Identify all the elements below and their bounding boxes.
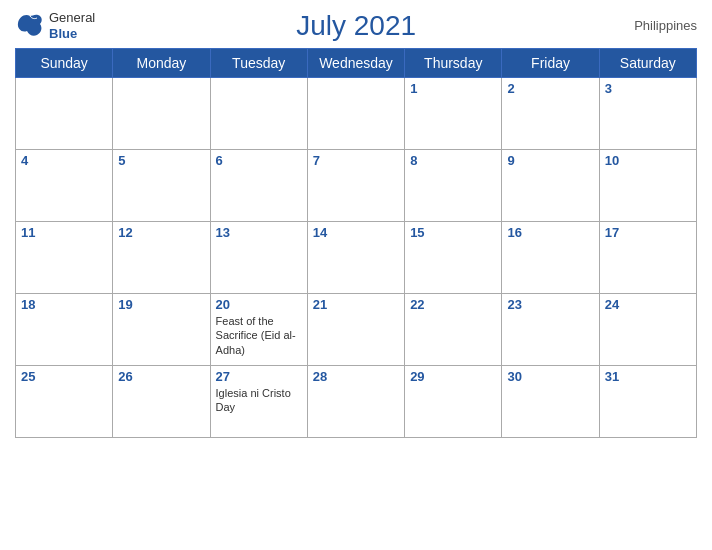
calendar-day-cell: 19 <box>113 294 210 366</box>
calendar-container: General Blue July 2021 Philippines Sunda… <box>0 0 712 550</box>
calendar-day-cell: 21 <box>307 294 404 366</box>
calendar-week-row: 181920Feast of the Sacrifice (Eid al-Adh… <box>16 294 697 366</box>
day-number: 7 <box>313 153 399 168</box>
calendar-day-cell: 24 <box>599 294 696 366</box>
calendar-day-cell: 5 <box>113 150 210 222</box>
calendar-day-cell: 3 <box>599 78 696 150</box>
calendar-day-cell: 26 <box>113 366 210 438</box>
col-friday: Friday <box>502 49 599 78</box>
calendar-day-cell: 31 <box>599 366 696 438</box>
calendar-day-cell <box>16 78 113 150</box>
calendar-day-cell: 9 <box>502 150 599 222</box>
logo-general: General <box>49 10 95 26</box>
day-number: 17 <box>605 225 691 240</box>
calendar-week-row: 123 <box>16 78 697 150</box>
calendar-day-cell: 27Iglesia ni Cristo Day <box>210 366 307 438</box>
day-number: 8 <box>410 153 496 168</box>
day-number: 29 <box>410 369 496 384</box>
calendar-day-cell: 4 <box>16 150 113 222</box>
day-number: 16 <box>507 225 593 240</box>
calendar-day-cell: 11 <box>16 222 113 294</box>
calendar-day-cell: 15 <box>405 222 502 294</box>
col-monday: Monday <box>113 49 210 78</box>
calendar-day-cell: 17 <box>599 222 696 294</box>
day-number: 26 <box>118 369 204 384</box>
col-thursday: Thursday <box>405 49 502 78</box>
day-number: 11 <box>21 225 107 240</box>
logo: General Blue <box>15 10 95 41</box>
day-number: 21 <box>313 297 399 312</box>
col-sunday: Sunday <box>16 49 113 78</box>
calendar-day-cell: 1 <box>405 78 502 150</box>
calendar-day-cell <box>113 78 210 150</box>
calendar-week-row: 45678910 <box>16 150 697 222</box>
col-wednesday: Wednesday <box>307 49 404 78</box>
day-number: 2 <box>507 81 593 96</box>
calendar-day-cell: 6 <box>210 150 307 222</box>
day-number: 25 <box>21 369 107 384</box>
event-label: Iglesia ni Cristo Day <box>216 386 302 415</box>
day-number: 1 <box>410 81 496 96</box>
day-number: 23 <box>507 297 593 312</box>
day-number: 31 <box>605 369 691 384</box>
calendar-day-cell: 18 <box>16 294 113 366</box>
calendar-day-cell: 2 <box>502 78 599 150</box>
day-number: 30 <box>507 369 593 384</box>
day-number: 9 <box>507 153 593 168</box>
calendar-day-cell: 30 <box>502 366 599 438</box>
calendar-day-cell: 14 <box>307 222 404 294</box>
day-number: 12 <box>118 225 204 240</box>
calendar-day-cell <box>307 78 404 150</box>
day-number: 4 <box>21 153 107 168</box>
calendar-table: Sunday Monday Tuesday Wednesday Thursday… <box>15 48 697 438</box>
day-number: 24 <box>605 297 691 312</box>
day-number: 13 <box>216 225 302 240</box>
day-number: 22 <box>410 297 496 312</box>
calendar-week-row: 11121314151617 <box>16 222 697 294</box>
calendar-day-cell: 20Feast of the Sacrifice (Eid al-Adha) <box>210 294 307 366</box>
col-saturday: Saturday <box>599 49 696 78</box>
day-number: 27 <box>216 369 302 384</box>
calendar-day-cell: 29 <box>405 366 502 438</box>
day-number: 28 <box>313 369 399 384</box>
calendar-title-area: July 2021 <box>95 10 617 42</box>
calendar-day-cell: 25 <box>16 366 113 438</box>
day-number: 10 <box>605 153 691 168</box>
weekday-header-row: Sunday Monday Tuesday Wednesday Thursday… <box>16 49 697 78</box>
day-number: 15 <box>410 225 496 240</box>
calendar-header: General Blue July 2021 Philippines <box>15 10 697 42</box>
calendar-day-cell: 10 <box>599 150 696 222</box>
calendar-day-cell: 7 <box>307 150 404 222</box>
day-number: 6 <box>216 153 302 168</box>
event-label: Feast of the Sacrifice (Eid al-Adha) <box>216 314 302 357</box>
calendar-day-cell: 22 <box>405 294 502 366</box>
day-number: 19 <box>118 297 204 312</box>
calendar-title: July 2021 <box>95 10 617 42</box>
logo-blue: Blue <box>49 26 95 42</box>
country-label: Philippines <box>617 18 697 33</box>
day-number: 18 <box>21 297 107 312</box>
day-number: 5 <box>118 153 204 168</box>
logo-bird-icon <box>15 11 45 41</box>
calendar-day-cell: 13 <box>210 222 307 294</box>
day-number: 3 <box>605 81 691 96</box>
col-tuesday: Tuesday <box>210 49 307 78</box>
calendar-day-cell: 23 <box>502 294 599 366</box>
day-number: 14 <box>313 225 399 240</box>
calendar-day-cell: 16 <box>502 222 599 294</box>
calendar-day-cell <box>210 78 307 150</box>
calendar-week-row: 252627Iglesia ni Cristo Day28293031 <box>16 366 697 438</box>
calendar-day-cell: 28 <box>307 366 404 438</box>
calendar-day-cell: 12 <box>113 222 210 294</box>
day-number: 20 <box>216 297 302 312</box>
calendar-day-cell: 8 <box>405 150 502 222</box>
